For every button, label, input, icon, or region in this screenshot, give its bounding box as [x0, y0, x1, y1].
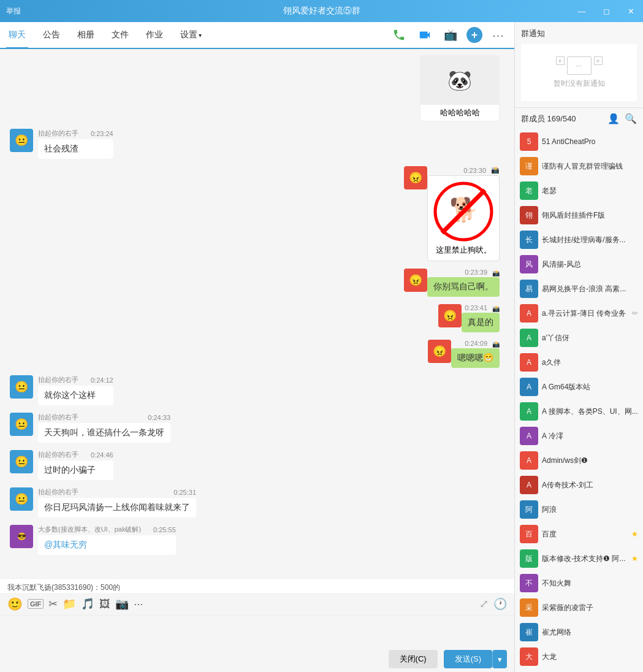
- list-item[interactable]: Aa'丫信伢: [515, 326, 643, 350]
- member-name-label: 老瑟: [542, 186, 638, 196]
- list-item[interactable]: 551 AntiCheatPro: [515, 129, 643, 154]
- notice-icon-row: + ··· +: [556, 56, 603, 75]
- list-item[interactable]: 易易网兑换平台-浪浪 高素...: [515, 277, 643, 301]
- list-item[interactable]: 版版本修改-技术支持❶ 阿...★: [515, 546, 643, 571]
- list-item[interactable]: Aa久伴: [515, 350, 643, 375]
- members-section[interactable]: 群成员 169/540 👤 🔍 551 AntiCheatPro谨谨防有人冒充群…: [515, 108, 643, 672]
- msg-bubble: 社会残渣: [38, 139, 113, 159]
- nav-item-notice[interactable]: 公告: [40, 22, 63, 48]
- minimize-button[interactable]: —: [569, 0, 594, 22]
- sticker-caption: 哈哈哈哈哈: [420, 105, 499, 121]
- avatar: 😠: [404, 166, 427, 189]
- list-item[interactable]: AA Gm64版本站: [515, 375, 643, 399]
- video-icon-btn[interactable]: [415, 25, 435, 45]
- msg-sender: 抬起你的右手: [38, 450, 78, 459]
- window-controls: — ◻ ✕: [569, 0, 643, 22]
- list-item[interactable]: AA 冷澪: [515, 424, 643, 448]
- send-dropdown-button[interactable]: ▾: [492, 650, 507, 668]
- list-item[interactable]: 刀刀客三枝花: [515, 669, 643, 672]
- input-bottom: 关闭(C) 发送(S) ▾: [0, 646, 514, 672]
- msg-bubble: @其味无穷: [38, 535, 176, 555]
- restore-button[interactable]: ◻: [594, 0, 618, 22]
- member-name-label: 采紫薇的凌雷子: [542, 603, 638, 613]
- list-item[interactable]: AAdmin/ws剑❶: [515, 448, 643, 473]
- member-name-label: A Gm64版本站: [542, 382, 638, 392]
- member-name-label: 翎风盾封挂插件F版: [542, 210, 638, 221]
- right-panel: 群通知 + ··· + 暂时没有新通知 群成员 169/540 👤 🔍 55: [514, 22, 643, 672]
- list-item[interactable]: 翎翎风盾封挂插件F版: [515, 203, 643, 227]
- msg-time-label: 0:23:39: [465, 269, 487, 276]
- emoji-button[interactable]: 🙂: [7, 597, 23, 611]
- members-header: 群成员 169/540 👤 🔍: [515, 108, 643, 129]
- list-item[interactable]: Aa.寻云计算-薄日 传奇业务✏: [515, 301, 643, 326]
- msg-time-label: 0:25:31: [173, 489, 196, 496]
- nav-item-album[interactable]: 相册: [75, 22, 97, 48]
- nav-bar: 聊天 公告 相册 文件 作业 设置 ▾ 📺 + ···: [0, 22, 514, 49]
- sticker-container: 🐼 哈哈哈哈哈: [420, 55, 500, 121]
- more-icon-btn[interactable]: ···: [489, 25, 508, 45]
- nav-bar-icons: 📺 + ···: [389, 25, 508, 45]
- table-row: 🐼 哈哈哈哈哈: [10, 55, 504, 121]
- tv-icon-btn[interactable]: 📺: [441, 25, 460, 45]
- msg-bubble: 真是的: [462, 313, 500, 332]
- phone-icon-btn[interactable]: [389, 25, 409, 45]
- chat-area: 聊天 公告 相册 文件 作业 设置 ▾ 📺 + ···: [0, 22, 514, 672]
- member-name-label: Admin/ws剑❶: [542, 456, 638, 466]
- close-button[interactable]: 关闭(C): [389, 650, 438, 668]
- main-container: 聊天 公告 相册 文件 作业 设置 ▾ 📺 + ···: [0, 22, 643, 672]
- close-button[interactable]: ✕: [618, 0, 643, 22]
- list-item[interactable]: 不不知火舞: [515, 571, 643, 595]
- msg-bubble: 你日尼玛风清扬一上线你闻着味就来了: [38, 498, 196, 517]
- nav-item-file[interactable]: 文件: [109, 22, 131, 48]
- member-name-label: A传奇技术-刘工: [542, 480, 638, 491]
- nav-item-homework[interactable]: 作业: [143, 22, 166, 48]
- avatar: 😐: [10, 375, 33, 399]
- list-item[interactable]: 风风清揚-风总: [515, 252, 643, 277]
- dog-forbidden-image: 🐕: [433, 181, 494, 242]
- sender-small-avatar: 📸: [491, 166, 500, 174]
- folder-button[interactable]: 📁: [63, 597, 76, 611]
- msg-time-label: 0:23:30: [463, 167, 486, 174]
- msg-sender: 抬起你的右手: [38, 129, 78, 138]
- list-item[interactable]: 崔崔尤网络: [515, 620, 643, 644]
- image-button[interactable]: 🖼: [99, 598, 110, 611]
- add-icon-btn[interactable]: +: [466, 27, 482, 43]
- music-button[interactable]: 🎵: [81, 597, 94, 611]
- msg-bubble: 天天狗叫，谁还搞什么一条龙呀: [38, 423, 170, 443]
- report-link[interactable]: 举报: [6, 6, 21, 17]
- history-button[interactable]: 🕐: [493, 597, 507, 611]
- nav-item-settings[interactable]: 设置 ▾: [178, 22, 204, 48]
- messages-container[interactable]: 🐼 哈哈哈哈哈 😐 抬起你的右手 0:23:24 社会残渣: [0, 49, 514, 578]
- list-item[interactable]: 长长城封挂/处理病毒/服务...: [515, 227, 643, 252]
- send-button[interactable]: 发送(S): [444, 650, 492, 668]
- input-toolbar: 🙂 GIF ✂ 📁 🎵 🖼 📷 ··· ⤢ 🕐: [0, 593, 514, 616]
- list-item[interactable]: 百百度★: [515, 522, 643, 546]
- list-item[interactable]: 大大龙: [515, 644, 643, 669]
- members-count: 群成员 169/540: [521, 113, 576, 124]
- avatar: 😐: [10, 413, 33, 436]
- member-name-label: a.寻云计算-薄日 传奇业务: [542, 308, 628, 319]
- add-member-icon[interactable]: 👤: [607, 113, 620, 124]
- msg-time-label: 0:25:55: [153, 526, 176, 533]
- avatar: 😎: [10, 525, 33, 548]
- list-item[interactable]: AA 接脚本、各类PS、UI、网...: [515, 399, 643, 424]
- member-name-label: 长城封挂/处理病毒/服务...: [542, 235, 638, 245]
- more-toolbar-button[interactable]: ···: [134, 598, 143, 611]
- member-name-label: A 冷澪: [542, 431, 638, 441]
- msg-text: 这里禁止狗吠。: [436, 245, 492, 256]
- nav-item-chat[interactable]: 聊天: [6, 23, 28, 48]
- list-item[interactable]: 谨谨防有人冒充群管理骗钱: [515, 154, 643, 178]
- screenshot-button[interactable]: 📷: [115, 597, 129, 611]
- gif-button[interactable]: GIF: [28, 599, 44, 609]
- list-item[interactable]: 老老瑟: [515, 178, 643, 203]
- search-members-icon[interactable]: 🔍: [625, 113, 637, 124]
- list-item[interactable]: 阿阿浪: [515, 497, 643, 522]
- title-bar: 举报 翎风爱好者交流⑤群 — ◻ ✕: [0, 0, 643, 22]
- list-item[interactable]: AA传奇技术-刘工: [515, 473, 643, 497]
- message-input[interactable]: [0, 616, 514, 646]
- list-item[interactable]: 采采紫薇的凌雷子: [515, 595, 643, 620]
- member-name-label: 易网兑换平台-浪浪 高素...: [542, 284, 638, 294]
- scissors-button[interactable]: ✂: [48, 597, 58, 611]
- member-name-label: 阿浪: [542, 505, 638, 515]
- expand-button[interactable]: ⤢: [479, 597, 489, 611]
